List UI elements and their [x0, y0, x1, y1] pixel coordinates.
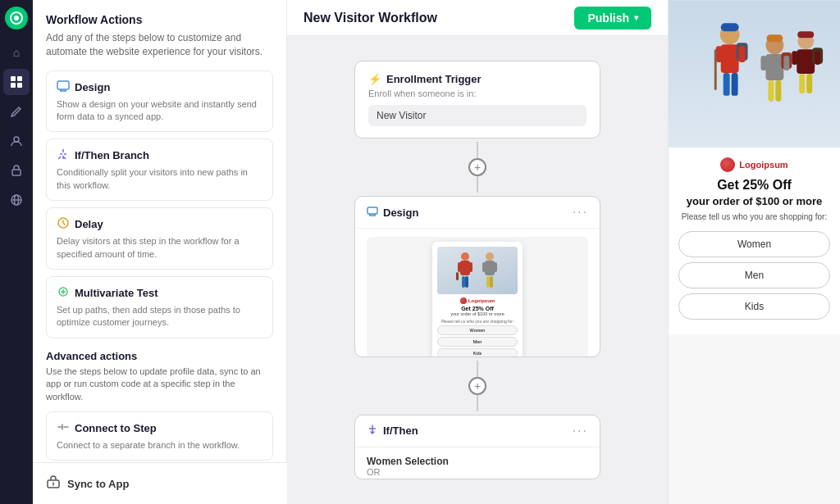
svg-rect-45: [783, 56, 789, 70]
svg-rect-50: [797, 49, 815, 74]
publish-button[interactable]: Publish ▾: [574, 7, 651, 30]
ifthen-node-card[interactable]: If/Then ··· Women Selection OR Sessions …: [354, 415, 600, 479]
brand-name: Logoipsum: [739, 160, 788, 170]
enrollment-subtitle: Enroll when someone is in:: [368, 89, 587, 98]
preview-option-kids[interactable]: Kids: [678, 293, 830, 320]
ifthen-condition2-text: Sessions is equal to 1 all time: [367, 477, 506, 479]
connector-1: +: [468, 138, 486, 196]
ifthen-title: If/Then Branch: [75, 149, 149, 161]
svg-rect-11: [57, 81, 69, 89]
preview-option-women[interactable]: Women: [678, 231, 830, 257]
connect-desc: Connect to a separate branch in the work…: [57, 439, 262, 452]
svg-rect-47: [775, 80, 781, 102]
action-multivariate[interactable]: Multivariate Test Set up paths, then add…: [46, 276, 273, 338]
svg-rect-26: [490, 276, 493, 288]
design-node-card[interactable]: Design ···: [354, 196, 600, 357]
nav-workflow[interactable]: [3, 69, 30, 95]
add-step-button-2[interactable]: +: [468, 377, 486, 395]
svg-rect-52: [792, 51, 797, 65]
connect-icon: [57, 420, 70, 436]
nav-globe[interactable]: [3, 187, 30, 213]
preview-panel: Logoipsum Get 25% Off your order of $100…: [668, 0, 840, 504]
enrollment-trigger-card[interactable]: ⚡ Enrollment Trigger Enroll when someone…: [354, 61, 600, 138]
preview-image-area: [669, 0, 840, 148]
svg-rect-28: [494, 262, 497, 272]
ifthen-node-title: If/Then: [383, 425, 418, 437]
svg-rect-30: [669, 0, 840, 147]
ifthen-desc: Conditionally split your visitors into n…: [57, 166, 262, 192]
svg-rect-55: [806, 74, 812, 93]
ifthen-icon: [57, 148, 70, 163]
delay-icon: [57, 216, 70, 232]
preview-content: Logoipsum Get 25% Off your order of $100…: [669, 148, 840, 334]
design-title: Design: [75, 81, 110, 93]
connect-title: Connect to Step: [75, 422, 157, 434]
svg-rect-46: [768, 80, 774, 102]
add-step-button-1[interactable]: +: [468, 158, 486, 176]
delay-title: Delay: [75, 218, 103, 230]
svg-rect-7: [12, 170, 21, 175]
svg-rect-22: [456, 272, 459, 280]
brand-logo-icon: [720, 157, 735, 172]
action-connect[interactable]: Connect to Step Connect to a separate br…: [46, 411, 273, 461]
connector-line-2: [477, 176, 478, 193]
svg-rect-24: [485, 261, 495, 275]
svg-rect-25: [486, 276, 490, 288]
canvas-header: New Visitor Workflow Publish ▾: [287, 0, 668, 36]
sync-bar[interactable]: Sync to App: [33, 462, 287, 504]
preview-option-men[interactable]: Men: [678, 262, 830, 288]
ifthen-or: OR: [367, 467, 588, 477]
chevron-down-icon: ▾: [634, 13, 638, 22]
nav-edit[interactable]: [3, 98, 30, 125]
ifthen-condition1: Women Selection: [367, 456, 588, 467]
svg-rect-27: [482, 262, 486, 272]
svg-rect-53: [815, 51, 820, 65]
action-design[interactable]: Design Show a design on your website and…: [46, 70, 273, 133]
advanced-actions-title: Advanced actions: [46, 350, 273, 362]
publish-label: Publish: [587, 11, 629, 25]
connector-2: +: [468, 357, 486, 415]
left-nav: ⌂: [0, 0, 33, 504]
action-delay[interactable]: Delay Delay visitors at this step in the…: [46, 207, 273, 270]
svg-rect-5: [17, 83, 22, 88]
workflow-actions-desc: Add any of the steps below to customize …: [46, 31, 273, 59]
svg-rect-33: [721, 44, 739, 73]
connector-line-4: [477, 395, 478, 411]
sync-bar-label: Sync to App: [67, 478, 129, 490]
sidebar: Workflow Actions Add any of the steps be…: [33, 0, 287, 504]
nav-lock[interactable]: [3, 157, 30, 184]
advanced-actions-desc: Use the steps below to update profile da…: [46, 366, 273, 403]
multivariate-desc: Set up paths, then add steps in those pa…: [57, 304, 262, 329]
app-logo[interactable]: [5, 7, 28, 30]
design-preview: Logoipsum Get 25% Off your order of $100…: [367, 237, 588, 357]
nav-home[interactable]: ⌂: [3, 39, 30, 66]
svg-point-23: [486, 252, 494, 261]
svg-rect-21: [469, 262, 472, 272]
action-ifthen[interactable]: If/Then Branch Conditionally split your …: [46, 138, 273, 201]
workflow-actions-title: Workflow Actions: [46, 13, 273, 26]
ifthen-node-icon: [367, 424, 378, 438]
multivariate-title: Multivariate Test: [75, 287, 158, 299]
svg-rect-18: [462, 276, 465, 288]
svg-rect-17: [460, 261, 470, 275]
main-canvas: New Visitor Workflow Publish ▾ ⚡ Enrollm…: [287, 0, 668, 504]
svg-rect-54: [799, 74, 805, 93]
nav-users[interactable]: [3, 128, 30, 154]
svg-rect-2: [11, 76, 16, 81]
svg-rect-37: [724, 73, 730, 96]
svg-rect-19: [465, 276, 468, 288]
design-node-icon: [367, 206, 378, 220]
svg-rect-36: [739, 46, 746, 62]
workflow-column: ⚡ Enrollment Trigger Enroll when someone…: [354, 61, 600, 479]
enrollment-title: Enrollment Trigger: [386, 73, 482, 85]
connector-line: [477, 142, 478, 158]
svg-point-16: [461, 252, 469, 261]
svg-point-6: [14, 137, 19, 142]
sync-bar-icon: [46, 474, 61, 493]
svg-rect-15: [368, 207, 377, 214]
design-menu-button[interactable]: ···: [573, 205, 588, 220]
canvas-area: ⚡ Enrollment Trigger Enroll when someone…: [287, 36, 668, 504]
ifthen-menu-button[interactable]: ···: [573, 424, 588, 438]
connector-line-3: [477, 361, 478, 377]
ifthen-body: Women Selection OR Sessions is equal to …: [355, 447, 600, 479]
